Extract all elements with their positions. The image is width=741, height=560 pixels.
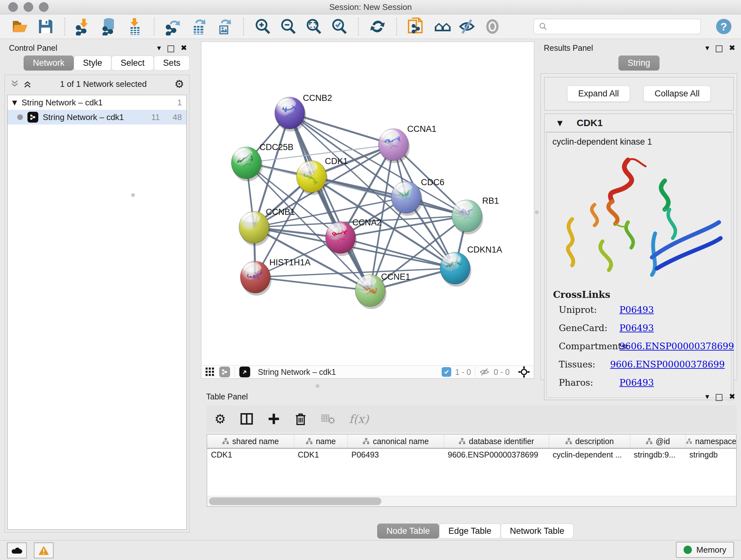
zoom-in-icon[interactable] <box>253 17 272 36</box>
network-edge[interactable] <box>255 277 370 291</box>
crosslink-link[interactable]: P06493 <box>619 305 654 315</box>
zoom-out-icon[interactable] <box>279 17 297 36</box>
node-label: CCNA1 <box>407 124 436 134</box>
tab-node-table[interactable]: Node Table <box>377 523 439 539</box>
help-icon[interactable]: ? <box>716 19 731 34</box>
show-graphics-details-icon[interactable] <box>483 17 502 36</box>
expand-all-icon[interactable] <box>23 79 32 89</box>
tab-string[interactable]: String <box>618 56 660 71</box>
network-collection-row[interactable]: ▼ String Network – cdk1 1 <box>8 95 186 110</box>
network-node-cdkn1a[interactable]: CDKN1A <box>440 245 502 287</box>
tab-edge-table[interactable]: Edge Table <box>439 523 501 539</box>
table-options-gear-icon[interactable]: ⚙ <box>214 412 226 426</box>
birds-eye-crosshair-icon[interactable] <box>518 366 530 378</box>
save-session-icon[interactable] <box>37 17 55 36</box>
table-cell[interactable]: stringdb <box>685 448 737 461</box>
network-options-gear-icon[interactable]: ⚙ <box>175 78 184 90</box>
table-cell[interactable]: stringdb:9... <box>630 448 685 461</box>
node-table[interactable]: shared namenamecanonical namedatabase id… <box>207 434 737 507</box>
close-panel-icon[interactable]: ✖ <box>729 44 735 52</box>
vertical-splitter-handle-left[interactable] <box>131 193 135 197</box>
export-table-icon[interactable] <box>190 17 208 36</box>
tab-style[interactable]: Style <box>74 56 111 71</box>
crosslink-label: Tissues: <box>559 359 610 370</box>
selected-checkbox-icon[interactable] <box>442 367 451 377</box>
gene-description: cyclin-dependent kinase 1 <box>547 132 731 149</box>
float-panel-icon[interactable]: □ <box>166 43 175 53</box>
gene-collapse-triangle-icon[interactable]: ▼ <box>557 119 562 127</box>
column-header--id[interactable]: @id <box>630 435 685 448</box>
network-view-title: String Network – cdk1 <box>258 368 336 377</box>
network-row-selected[interactable]: String Network – cdk1 11 48 <box>8 110 186 125</box>
vertical-splitter-handle-right[interactable] <box>535 210 539 214</box>
table-row[interactable]: CDK1CDK1P064939606.ENSP00000378699cyclin… <box>207 448 737 461</box>
network-node-ccne1[interactable]: CCNE1 <box>355 272 410 309</box>
crosslink-link[interactable]: P06493 <box>619 377 654 388</box>
table-cell[interactable]: P06493 <box>347 448 444 461</box>
network-node-rb1[interactable]: RB1 <box>452 196 499 234</box>
tab-sets[interactable]: Sets <box>154 56 190 71</box>
column-header-database-identifier[interactable]: database identifier <box>444 435 549 448</box>
crosslink-link[interactable]: 9606.ENSP00000378699 <box>619 341 734 352</box>
column-header-description[interactable]: description <box>549 435 630 448</box>
zoom-fit-icon[interactable] <box>305 17 323 36</box>
warning-status-button[interactable] <box>34 543 54 558</box>
apply-layout-icon[interactable] <box>368 17 387 36</box>
tab-network[interactable]: Network <box>23 56 74 71</box>
zoom-selected-icon[interactable] <box>330 17 348 36</box>
crosslink-row: Uniprot:P06493 <box>559 305 725 315</box>
crosslink-link[interactable]: P06493 <box>619 323 654 333</box>
memory-label: Memory <box>696 545 726 555</box>
scrollbar-thumb[interactable] <box>209 497 381 505</box>
close-panel-icon[interactable]: ✖ <box>181 44 187 52</box>
hidden-eye-icon[interactable] <box>479 367 490 377</box>
show-columns-icon[interactable] <box>240 412 253 426</box>
collapse-triangle-icon[interactable]: ▼ <box>12 99 17 106</box>
collapse-all-button[interactable]: Collapse All <box>643 85 711 102</box>
first-neighbors-icon[interactable]: ⌂⌂ <box>432 17 451 36</box>
table-cell[interactable]: CDK1 <box>294 448 347 461</box>
import-network-file-icon[interactable] <box>75 17 93 36</box>
string-view-icon[interactable] <box>219 367 230 377</box>
search-input[interactable] <box>551 22 696 32</box>
tab-select[interactable]: Select <box>111 56 154 71</box>
cloud-status-button[interactable] <box>7 543 27 558</box>
import-table-icon[interactable] <box>126 17 144 36</box>
horizontal-splitter-handle[interactable] <box>316 384 320 388</box>
network-node-cdc6[interactable]: CDC6 <box>391 178 445 216</box>
crosslink-link[interactable]: 9606.ENSP00000378699 <box>610 359 725 370</box>
table-cell[interactable]: CDK1 <box>207 448 294 461</box>
tab-network-table[interactable]: Network Table <box>501 523 574 539</box>
float-panel-icon[interactable]: □ <box>715 392 723 401</box>
add-column-icon[interactable] <box>267 413 280 425</box>
column-header-shared-name[interactable]: shared name <box>207 435 294 448</box>
memory-button[interactable]: Memory <box>676 542 734 558</box>
export-network-icon[interactable] <box>164 17 183 36</box>
expand-all-button[interactable]: Expand All <box>567 85 630 102</box>
table-cell[interactable]: 9606.ENSP00000378699 <box>444 448 549 461</box>
table-horizontal-scrollbar[interactable] <box>207 496 736 506</box>
import-network-database-icon[interactable] <box>100 17 119 36</box>
panel-menu-icon[interactable]: ▾ <box>157 44 161 52</box>
detach-view-icon[interactable] <box>239 367 250 377</box>
float-panel-icon[interactable]: □ <box>715 43 723 53</box>
column-header-name[interactable]: name <box>294 435 347 448</box>
network-node-ccnb1[interactable]: CCNB1 <box>239 207 295 246</box>
column-header-canonical-name[interactable]: canonical name <box>347 435 444 448</box>
hide-graphics-details-icon[interactable] <box>458 17 476 36</box>
network-view[interactable]: CCNB2CCNA1CDC25BCDK1CDC6RB1CCNB1CCNA2CDK… <box>201 42 534 379</box>
network-node-ccna2[interactable]: CCNA2 <box>326 218 382 256</box>
export-image-icon[interactable] <box>215 17 233 36</box>
table-cell[interactable]: cyclin-dependent ... <box>549 448 630 461</box>
panel-menu-icon[interactable]: ▾ <box>705 44 709 52</box>
duplicate-network-icon[interactable] <box>407 17 425 36</box>
close-panel-icon[interactable]: ✖ <box>729 392 735 401</box>
delete-column-icon[interactable] <box>294 413 307 425</box>
column-header-namespace[interactable]: namespace <box>685 435 737 448</box>
collapse-all-icon[interactable] <box>10 79 19 89</box>
open-session-icon[interactable] <box>11 17 29 36</box>
grid-view-icon[interactable] <box>205 367 215 377</box>
panel-menu-icon[interactable]: ▾ <box>705 392 709 401</box>
network-graph[interactable]: CCNB2CCNA1CDC25BCDK1CDC6RB1CCNB1CCNA2CDK… <box>201 42 534 366</box>
toolbar-separator <box>64 17 65 36</box>
